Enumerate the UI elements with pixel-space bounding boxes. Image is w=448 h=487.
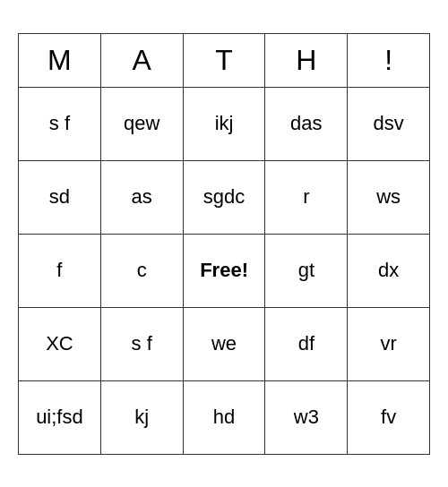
header-row: MATH!: [19, 33, 430, 87]
header-cell: T: [183, 33, 265, 87]
table-cell: XC: [19, 307, 101, 380]
table-cell: sd: [19, 160, 101, 234]
table-cell: df: [265, 307, 348, 380]
table-cell: as: [100, 160, 183, 234]
table-cell: sgdc: [183, 160, 265, 234]
table-row: sdassgdcrws: [19, 160, 430, 234]
table-row: fcFree!gtdx: [19, 234, 430, 307]
table-cell: fv: [348, 380, 430, 454]
table-cell: s f: [100, 307, 183, 380]
header-cell: !: [348, 33, 430, 87]
table-row: s fqewikjdasdsv: [19, 87, 430, 160]
bingo-table: MATH! s fqewikjdasdsvsdassgdcrwsfcFree!g…: [18, 33, 430, 455]
table-cell: s f: [19, 87, 101, 160]
table-row: ui;fsdkjhdw3fv: [19, 380, 430, 454]
table-cell: f: [19, 234, 101, 307]
table-cell: kj: [100, 380, 183, 454]
header-cell: A: [100, 33, 183, 87]
table-cell: c: [100, 234, 183, 307]
table-cell: das: [265, 87, 348, 160]
header-cell: H: [265, 33, 348, 87]
table-cell: qew: [100, 87, 183, 160]
bingo-container: MATH! s fqewikjdasdsvsdassgdcrwsfcFree!g…: [18, 33, 430, 455]
table-cell: vr: [348, 307, 430, 380]
table-row: XCs fwedfvr: [19, 307, 430, 380]
table-cell: ui;fsd: [19, 380, 101, 454]
table-cell: ikj: [183, 87, 265, 160]
table-cell: we: [183, 307, 265, 380]
header-cell: M: [19, 33, 101, 87]
table-cell: hd: [183, 380, 265, 454]
table-cell: dsv: [348, 87, 430, 160]
table-cell: r: [265, 160, 348, 234]
table-cell: dx: [348, 234, 430, 307]
table-cell: gt: [265, 234, 348, 307]
table-cell: ws: [348, 160, 430, 234]
table-cell: w3: [265, 380, 348, 454]
table-cell: Free!: [183, 234, 265, 307]
